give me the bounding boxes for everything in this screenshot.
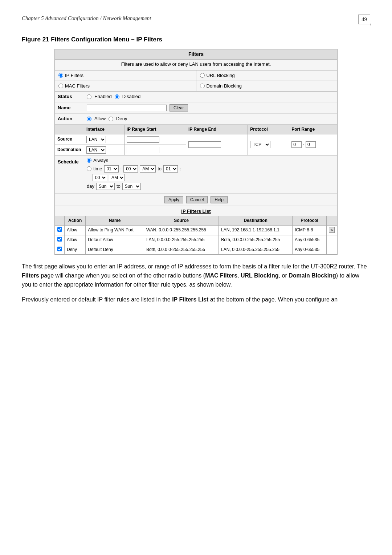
action-row: Action Allow Deny <box>55 114 337 125</box>
day-to-label: to <box>117 183 121 190</box>
list-row-action: Deny <box>65 245 86 255</box>
page-number-box: 49 <box>358 15 370 24</box>
schedule-from-radio[interactable] <box>87 166 91 171</box>
ip-range-table: Interface IP Range Start IP Range End Pr… <box>55 125 337 155</box>
source-interface-cell: LAN WAN <box>84 134 124 145</box>
day-end-select[interactable]: SunMonTueWed ThuFriSat <box>122 183 141 190</box>
schedule-always-radio[interactable] <box>87 158 91 163</box>
filter-box-desc: Filters are used to allow or deny LAN us… <box>55 60 337 70</box>
domain-blocking-tab[interactable]: Domain Blocking <box>196 81 338 91</box>
edit-icon[interactable]: ✎ <box>329 227 335 233</box>
source-label: Source <box>55 134 84 145</box>
action-deny-radio[interactable] <box>109 117 113 121</box>
source-ip-end-cell <box>186 134 248 155</box>
name-content: Clear <box>87 104 334 112</box>
list-row-checkbox[interactable] <box>57 227 62 232</box>
port-end-input[interactable] <box>306 141 316 148</box>
name-input[interactable] <box>87 105 167 111</box>
filter-box-header: Filters <box>55 49 337 60</box>
list-row-edit-cell <box>327 235 337 245</box>
figure-title: Figure 21 Filters Configuration Menu – I… <box>22 35 370 44</box>
source-ip-end-input[interactable] <box>188 141 221 148</box>
status-disabled-radio[interactable] <box>115 94 119 99</box>
url-blocking-tab[interactable]: URL Blocking <box>196 70 338 81</box>
action-deny-label[interactable]: Deny <box>116 116 127 122</box>
list-row-checkbox[interactable] <box>57 237 62 242</box>
page-wrapper: Chapter 5 Advanced Configuration / Netwo… <box>0 0 392 555</box>
schedule-content: Always time 01020304 05060708 09101112 :… <box>87 157 334 191</box>
list-col-checkbox <box>55 216 65 226</box>
status-row: Status Enabled Disabled <box>55 92 337 102</box>
list-row-protocol: Any 0-65535 <box>293 245 327 255</box>
list-row-edit-cell <box>327 245 337 255</box>
schedule-always-label[interactable]: Always <box>93 157 108 164</box>
time-colon: : <box>121 166 122 172</box>
source-row: Source LAN WAN T <box>55 134 337 145</box>
filter-type-tabs: IP Filters URL Blocking <box>55 70 337 81</box>
protocol-cell: TCP UDP ICMP Any <box>248 134 289 155</box>
ip-filters-list-title: IP Filters List <box>55 206 337 216</box>
mac-filters-label[interactable]: MAC Filters <box>65 83 90 89</box>
time-to-label: to <box>158 166 162 172</box>
list-row-protocol: ICMP 8-8 <box>293 225 327 235</box>
body-text: The first page allows you to enter an IP… <box>22 262 370 304</box>
time-hour-start-select[interactable]: 01020304 05060708 09101112 <box>104 165 119 173</box>
domain-blocking-radio[interactable] <box>200 84 205 88</box>
name-row: Name Clear <box>55 102 337 114</box>
day-label: day <box>87 183 94 190</box>
status-enabled-radio[interactable] <box>87 94 91 99</box>
mac-filters-radio[interactable] <box>58 84 63 88</box>
list-row-destination: LAN, 192.168.1.1-192.168.1.1 <box>219 225 293 235</box>
time-min-start-select[interactable]: 00153045 <box>123 165 138 173</box>
list-row-edit-cell: ✎ <box>327 225 337 235</box>
schedule-label: Schedule <box>58 157 87 165</box>
destination-interface-select[interactable]: LAN WAN <box>86 146 106 154</box>
status-enabled-label[interactable]: Enabled <box>94 93 112 100</box>
ip-filters-label[interactable]: IP Filters <box>65 72 83 79</box>
protocol-select[interactable]: TCP UDP ICMP Any <box>250 141 270 148</box>
help-button[interactable]: Help <box>211 196 228 203</box>
domain-blocking-label[interactable]: Domain Blocking <box>207 83 242 89</box>
ip-filters-list-table: Action Name Source Destination Protocol … <box>55 216 337 255</box>
action-buttons-row: Apply Cancel Help <box>55 194 337 206</box>
list-row-checkbox[interactable] <box>57 247 62 251</box>
day-start-select[interactable]: SunMonTueWed ThuFriSat <box>96 183 115 190</box>
action-allow-label[interactable]: Allow <box>94 116 106 122</box>
page-number: 49 <box>362 16 367 22</box>
list-row-name: Default Deny <box>86 245 144 255</box>
apply-button[interactable]: Apply <box>164 196 183 203</box>
schedule-from-label: time <box>93 166 102 172</box>
action-allow-radio[interactable] <box>87 117 91 121</box>
col-ip-range-end: IP Range End <box>186 125 248 134</box>
col-interface: Interface <box>84 125 124 134</box>
url-blocking-label[interactable]: URL Blocking <box>207 72 235 79</box>
list-col-protocol: Protocol <box>293 216 327 226</box>
figure-title-main: Filters Configuration Menu – IP Filters <box>51 36 162 43</box>
destination-ip-start-input[interactable] <box>127 147 159 153</box>
cancel-button[interactable]: Cancel <box>186 196 208 203</box>
status-disabled-label[interactable]: Disabled <box>122 93 141 100</box>
list-row-destination: Both, 0.0.0.0-255.255.255.255 <box>219 235 293 245</box>
url-blocking-radio[interactable] <box>200 73 205 78</box>
schedule-day-row: day SunMonTueWed ThuFriSat to SunMonTueW… <box>87 183 334 190</box>
page-header: Chapter 5 Advanced Configuration / Netwo… <box>22 15 370 24</box>
port-start-input[interactable] <box>291 141 302 148</box>
list-row-source: WAN, 0.0.0.0-255.255.255.255 <box>144 225 219 235</box>
clear-button[interactable]: Clear <box>170 104 188 112</box>
time-ampm-end-select[interactable]: AMPM <box>109 174 125 181</box>
filter-box: Filters Filters are used to allow or den… <box>54 49 338 255</box>
source-ip-start-input[interactable] <box>127 136 159 143</box>
list-row-destination: LAN, 0.0.0.0-255.255.255.255 <box>219 245 293 255</box>
time-min-end-select[interactable]: 00153045 <box>93 174 107 181</box>
list-table-row: DenyDefault DenyBoth, 0.0.0.0-255.255.25… <box>55 245 337 255</box>
source-ip-start-cell <box>124 134 186 145</box>
figure-label: Figure 21 <box>22 36 49 43</box>
source-interface-select[interactable]: LAN WAN <box>86 136 106 143</box>
ip-filters-tab[interactable]: IP Filters <box>55 70 196 81</box>
ip-filters-radio[interactable] <box>58 73 63 78</box>
filter-box-title: Filters <box>188 51 204 57</box>
time-hour-end-select[interactable]: 01020304 05060708 09101112 <box>163 165 178 173</box>
list-row-source: Both, 0.0.0.0-255.255.255.255 <box>144 245 219 255</box>
mac-filters-tab[interactable]: MAC Filters <box>55 81 196 91</box>
time-ampm-start-select[interactable]: AMPM <box>140 165 156 173</box>
